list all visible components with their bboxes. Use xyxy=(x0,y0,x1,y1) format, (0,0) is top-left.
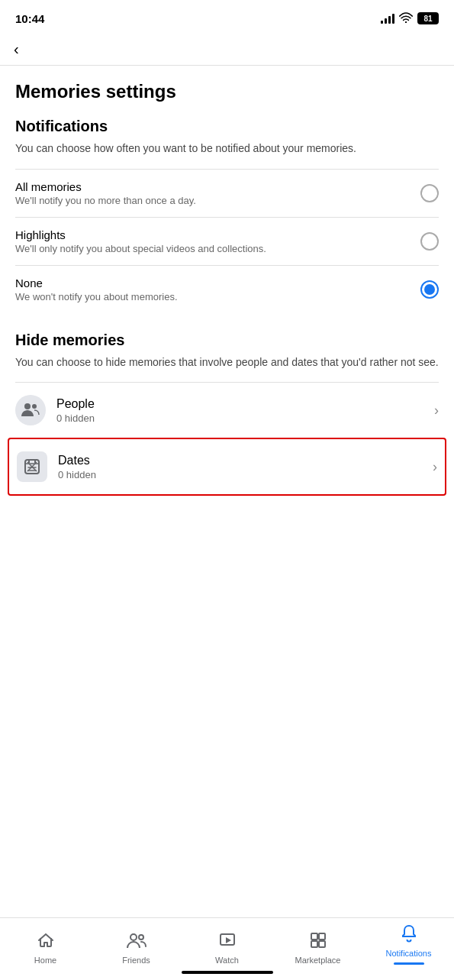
people-icon xyxy=(15,395,46,425)
back-bar: ‹ xyxy=(0,34,454,66)
svg-point-2 xyxy=(32,404,37,409)
svg-rect-17 xyxy=(311,941,317,947)
chevron-right-dates-icon: › xyxy=(433,459,437,475)
home-icon xyxy=(37,931,55,953)
svg-rect-16 xyxy=(319,933,325,940)
hide-section: Hide memories You can choose to hide mem… xyxy=(15,332,439,496)
nav-item-notifications[interactable]: Notifications xyxy=(386,924,432,965)
radio-circle-none[interactable] xyxy=(420,280,439,299)
svg-point-0 xyxy=(405,21,407,22)
radio-option-highlights[interactable]: Highlights We'll only notify you about s… xyxy=(15,217,439,265)
svg-point-12 xyxy=(139,935,143,940)
marketplace-icon xyxy=(309,931,327,953)
notifications-section-title: Notifications xyxy=(15,118,439,135)
hide-section-title: Hide memories xyxy=(15,332,439,349)
svg-rect-18 xyxy=(319,941,325,947)
hide-people-option[interactable]: People 0 hidden › xyxy=(15,382,439,438)
nav-item-friends[interactable]: Friends xyxy=(114,933,159,965)
notifications-section-desc: You can choose how often you want to be … xyxy=(15,141,439,157)
radio-circle-all-memories[interactable] xyxy=(420,184,439,202)
svg-rect-15 xyxy=(311,933,317,940)
notifications-icon xyxy=(400,924,418,946)
watch-icon xyxy=(218,931,237,953)
back-button[interactable]: ‹ xyxy=(14,41,19,57)
dates-option-container: Dates 0 hidden › xyxy=(8,438,446,496)
friends-icon xyxy=(127,933,147,953)
svg-marker-14 xyxy=(226,937,231,943)
hide-section-desc: You can choose to hide memories that inv… xyxy=(15,355,439,370)
status-bar: 10:44 81 xyxy=(0,0,454,34)
chevron-right-icon: › xyxy=(434,403,439,419)
status-time: 10:44 xyxy=(15,12,44,25)
hide-dates-option[interactable]: Dates 0 hidden › xyxy=(17,439,437,494)
radio-option-none[interactable]: None We won't notify you about memories. xyxy=(15,265,439,313)
main-content: Memories settings Notifications You can … xyxy=(0,66,454,496)
home-indicator xyxy=(182,971,273,974)
page-title: Memories settings xyxy=(15,81,439,102)
nav-item-home[interactable]: Home xyxy=(23,931,69,965)
signal-icon xyxy=(381,13,394,24)
dates-icon xyxy=(17,451,47,482)
svg-point-11 xyxy=(130,934,137,940)
nav-item-marketplace[interactable]: Marketplace xyxy=(295,931,341,965)
svg-point-1 xyxy=(24,403,31,409)
radio-circle-highlights[interactable] xyxy=(420,232,439,251)
status-icons: 81 xyxy=(381,12,439,25)
battery-icon: 81 xyxy=(417,12,439,24)
radio-option-all-memories[interactable]: All memories We'll notify you no more th… xyxy=(15,169,439,217)
wifi-icon xyxy=(399,12,413,25)
nav-item-watch[interactable]: Watch xyxy=(204,931,250,965)
